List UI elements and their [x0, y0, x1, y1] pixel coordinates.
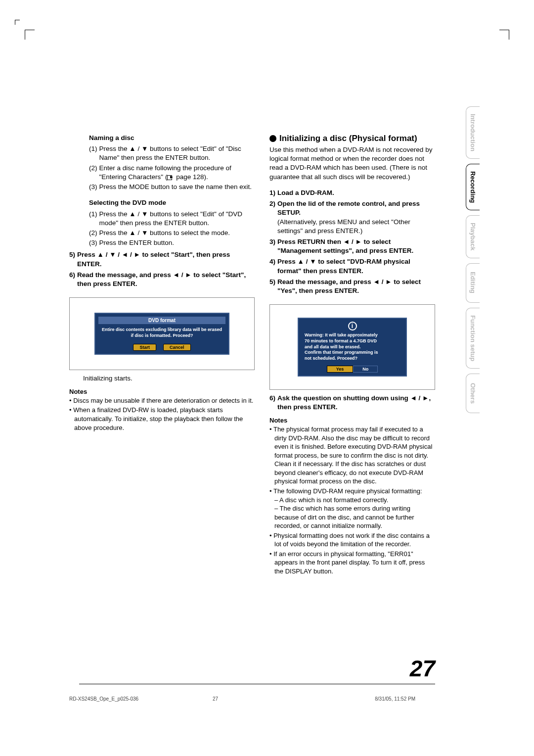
start-button[interactable]: Start [133, 344, 156, 351]
footer-page: 27 [213, 696, 218, 702]
step-6: 6) Ask the question on shutting down usi… [269, 394, 435, 412]
list-item: (3) Press the MODE button to save the na… [89, 183, 255, 191]
crop-mark [25, 30, 35, 40]
notes-heading: Notes [69, 388, 255, 395]
footer-filename: RD-XS24SB_Ope_E_p025-036 [69, 696, 138, 702]
intro-paragraph: Use this method when a DVD-RAM is not re… [269, 145, 435, 182]
step-5: 5) Press ▲ / ▼ / ◄ / ► to select "Start"… [69, 250, 255, 268]
note-item: • When a finalized DVD-RW is loaded, pla… [69, 406, 255, 432]
note-item: • The following DVD-RAM require physical… [269, 487, 435, 530]
reference-arrow-icon [167, 174, 174, 180]
crop-mark [15, 20, 20, 25]
dialog-message: Entire disc contents excluding library d… [98, 327, 225, 341]
footer-timestamp: 8/31/05, 11:52 PM [375, 696, 415, 702]
initializing-starts-text: Initializing starts. [83, 374, 255, 383]
heading-naming-disc: Naming a disc [89, 134, 255, 142]
yes-button[interactable]: Yes [327, 366, 354, 373]
step-6: 6) Read the message, and press ◄ / ► to … [69, 271, 255, 288]
list-item: (3) Press the ENTER button. [89, 238, 255, 247]
note-item: • If an error occurs in physical formatt… [269, 550, 435, 576]
tab-function-setup[interactable]: Function setup [466, 308, 480, 369]
info-icon: i [302, 322, 403, 331]
list-item: (2) Enter a disc name following the proc… [89, 164, 255, 182]
page-separator [79, 684, 435, 684]
step-5: 5) Read the message, and press ◄ / ► to … [269, 278, 435, 295]
page-number: 27 [410, 655, 435, 682]
dvd-format-dialog-screenshot: DVD format Entire disc contents excludin… [69, 297, 255, 370]
page-content: Naming a disc (1) Press the ▲ / ▼ button… [69, 134, 435, 667]
tab-introduction[interactable]: Introduction [466, 106, 480, 159]
section-heading-initializing: Initializing a disc (Physical format) [269, 134, 435, 143]
note-item: • Discs may be unusable if there are det… [69, 396, 255, 405]
tab-editing[interactable]: Editing [466, 263, 480, 303]
list-item: (2) Press the ▲ / ▼ buttons to select th… [89, 229, 255, 237]
right-column: Initializing a disc (Physical format) Us… [269, 134, 435, 667]
crop-mark [499, 30, 509, 40]
heading-dvd-mode: Selecting the DVD mode [89, 198, 255, 207]
list-item: (1) Press the ▲ / ▼ buttons to select "E… [89, 210, 255, 228]
step-4: 4) Press ▲ / ▼ to select "DVD-RAM physic… [269, 257, 435, 275]
cancel-button[interactable]: Cancel [163, 344, 191, 351]
step-3: 3) Press RETURN then ◄ / ► to select "Ma… [269, 237, 435, 255]
tab-recording[interactable]: Recording [466, 164, 480, 210]
note-item: • Physical formatting does not work if t… [269, 531, 435, 549]
dialog-warning-text: Warning: It will take approximately 70 m… [302, 332, 403, 364]
list-item: (1) Press the ▲ / ▼ buttons to select "E… [89, 144, 255, 162]
step-2: 2) Open the lid of the remote control, a… [269, 199, 435, 236]
section-tabs: Introduction Recording Playback Editing … [466, 106, 480, 413]
left-column: Naming a disc (1) Press the ▲ / ▼ button… [69, 134, 255, 667]
dialog-title: DVD format [98, 317, 225, 324]
bullet-icon [269, 135, 276, 142]
tab-others[interactable]: Others [466, 374, 480, 413]
note-item: • The physical format process may fail i… [269, 425, 435, 486]
step-1: 1) Load a DVD-RAM. [269, 189, 435, 197]
notes-heading: Notes [269, 417, 435, 424]
tab-playback[interactable]: Playback [466, 215, 480, 258]
no-button[interactable]: No [353, 366, 378, 373]
physical-format-dialog-screenshot: i Warning: It will take approximately 70… [269, 304, 435, 389]
